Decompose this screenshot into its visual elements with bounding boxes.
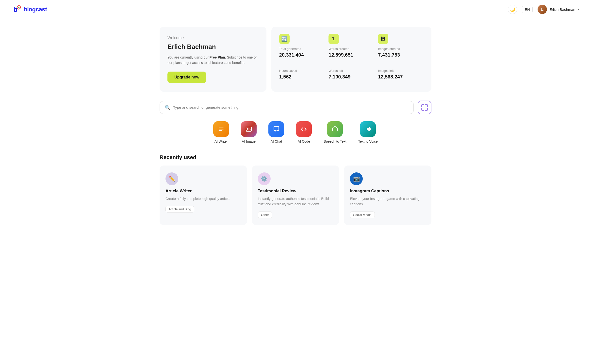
image-icon: 🖼 [378, 34, 388, 44]
welcome-label: Welcome [167, 36, 259, 40]
text-icon: T [328, 34, 339, 44]
stat-words-created: T Words created 12,899,651 [328, 34, 374, 63]
stat-value: 1,562 [279, 74, 325, 80]
card-instagram-captions[interactable]: 📷 Instagram Captions Elevate your Instag… [344, 166, 431, 225]
svg-rect-16 [337, 129, 338, 131]
search-icon: 🔍 [165, 105, 170, 110]
card-testimonial-review[interactable]: ⚙️ Testimonial Review Instantly generate… [252, 166, 339, 225]
stat-label: Words created [328, 47, 374, 51]
card-desc: Create a fully complete high quality art… [165, 196, 241, 201]
recently-used-title: Recently used [160, 154, 431, 161]
card-desc: Instantly generate authentic testimonial… [258, 196, 333, 207]
svg-rect-5 [425, 105, 427, 107]
welcome-name: Erlich Bachman [167, 43, 259, 51]
cards-grid: ✏️ Article Writer Create a fully complet… [160, 166, 431, 225]
stat-images-left: Images left 12,568,247 [378, 69, 424, 85]
svg-point-3 [18, 7, 19, 8]
search-input[interactable] [173, 105, 409, 109]
avatar: E [538, 5, 547, 14]
stat-label: Words left [328, 69, 374, 73]
logo-icon: b [12, 4, 22, 14]
tool-label-text-to-voice: Text to Voice [358, 139, 378, 143]
svg-rect-15 [332, 129, 333, 131]
dark-mode-button[interactable]: 🌙 [508, 5, 517, 14]
user-name: Erlich Bachman [549, 7, 575, 12]
card-title: Instagram Captions [350, 189, 426, 194]
speech-to-text-icon [327, 121, 343, 137]
tool-ai-writer[interactable]: AI Writer [213, 121, 229, 143]
ai-writer-icon [213, 121, 229, 137]
user-menu[interactable]: E Erlich Bachman ▾ [538, 5, 579, 14]
stats-card: 🔄 Total generated 20,331,404 T Words cre… [271, 27, 431, 92]
svg-marker-17 [367, 127, 370, 131]
tool-ai-code[interactable]: AI Code [296, 121, 312, 143]
svg-rect-11 [246, 127, 251, 131]
upgrade-button[interactable]: Upgrade now [167, 72, 206, 83]
tool-ai-image[interactable]: AI Image [241, 121, 257, 143]
tool-label-ai-writer: AI Writer [214, 139, 228, 143]
header: b blogcast 🌙 EN E Erlich Bachman ▾ [0, 0, 591, 19]
stat-value: 7,100,349 [328, 74, 374, 80]
recently-used-section: Recently used ✏️ Article Writer Create a… [160, 154, 431, 225]
tool-label-speech-to-text: Speech to Text [324, 139, 346, 143]
svg-rect-4 [422, 105, 424, 107]
stat-value: 20,331,404 [279, 52, 325, 58]
logo[interactable]: b blogcast [12, 4, 47, 14]
stat-hours-saved: Hours saved 1,562 [279, 69, 325, 85]
svg-rect-6 [422, 108, 424, 110]
card-article-writer[interactable]: ✏️ Article Writer Create a fully complet… [160, 166, 247, 225]
article-writer-icon: ✏️ [165, 172, 178, 185]
stat-words-left: Words left 7,100,349 [328, 69, 374, 85]
ai-code-icon [296, 121, 312, 137]
card-tag: Social Media [350, 212, 375, 218]
stat-value: 7,431,753 [378, 52, 424, 58]
card-title: Testimonial Review [258, 189, 333, 194]
card-desc: Elevate your Instagram game with captiva… [350, 196, 426, 207]
stat-images-created: 🖼 Images created 7,431,753 [378, 34, 424, 63]
text-to-voice-icon [360, 121, 376, 137]
instagram-captions-icon: 📷 [350, 172, 363, 185]
stat-label: Images created [378, 47, 424, 51]
tool-speech-to-text[interactable]: Speech to Text [324, 121, 346, 143]
grid-icon [421, 104, 428, 111]
svg-rect-7 [425, 108, 427, 110]
testimonial-review-icon: ⚙️ [258, 172, 271, 185]
card-tag: Article and Blog [165, 206, 194, 212]
top-section: Welcome Erlich Bachman You are currently… [160, 27, 431, 92]
language-button[interactable]: EN [522, 6, 533, 13]
stat-total-generated: 🔄 Total generated 20,331,404 [279, 34, 325, 63]
grid-widget-button[interactable] [418, 101, 431, 114]
chevron-down-icon: ▾ [578, 8, 579, 11]
main-content: Welcome Erlich Bachman You are currently… [148, 19, 443, 233]
welcome-desc: You are currently using our Free Plan. S… [167, 55, 259, 66]
ai-image-icon [241, 121, 257, 137]
tool-ai-chat[interactable]: AI Chat [268, 121, 284, 143]
stat-label: Total generated [279, 47, 325, 51]
logo-text: blogcast [24, 6, 47, 13]
welcome-card: Welcome Erlich Bachman You are currently… [160, 27, 266, 92]
svg-point-12 [247, 128, 248, 129]
search-bar[interactable]: 🔍 [160, 101, 414, 114]
card-title: Article Writer [165, 189, 241, 194]
tools-row: AI Writer AI Image AI Chat AI Code [160, 121, 431, 143]
header-right: 🌙 EN E Erlich Bachman ▾ [508, 5, 579, 14]
tool-text-to-voice[interactable]: Text to Voice [358, 121, 378, 143]
stat-label: Hours saved [279, 69, 325, 73]
ai-chat-icon [268, 121, 284, 137]
card-tag: Other [258, 212, 272, 218]
stat-label: Images left [378, 69, 424, 73]
tool-label-ai-code: AI Code [298, 139, 310, 143]
search-section: 🔍 [160, 101, 431, 114]
refresh-icon: 🔄 [279, 34, 290, 44]
tool-label-ai-image: AI Image [242, 139, 256, 143]
stat-value: 12,568,247 [378, 74, 424, 80]
stat-value: 12,899,651 [328, 52, 374, 58]
tool-label-ai-chat: AI Chat [271, 139, 282, 143]
